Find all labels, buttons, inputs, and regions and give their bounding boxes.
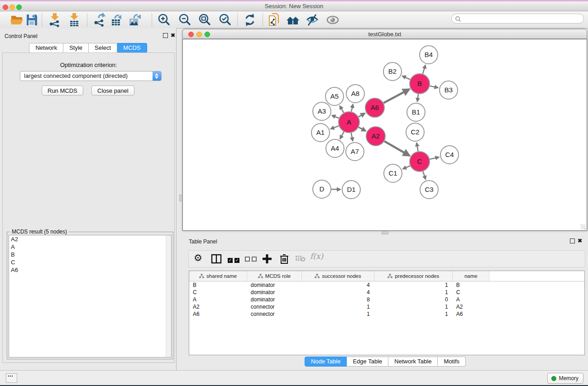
refresh-icon[interactable] [243,13,257,27]
edge-A-A5[interactable] [340,106,344,113]
network-canvas[interactable]: AA1A2A3A4A5A6A7A8BB1B2B3B4CC1C2C3C4DD1 [182,39,587,231]
node-D1[interactable]: D1 [342,181,360,199]
window-resize-grip[interactable] [581,224,586,229]
node-A[interactable]: A [339,112,359,133]
home-icon[interactable] [286,13,300,27]
edge-A2-C[interactable] [384,141,409,156]
table-cell[interactable]: A2 [189,303,247,310]
table-row[interactable]: A6connector11A6 [189,310,584,318]
mcds-result-item[interactable]: C [9,258,171,266]
tab-motifs[interactable]: Motifs [438,357,466,367]
export-image-icon[interactable] [128,13,142,27]
zoom-selected-icon[interactable] [218,13,232,27]
tab-edge-table[interactable]: Edge Table [347,357,388,367]
node-A5[interactable]: A5 [325,87,344,105]
mcds-result-item[interactable]: A6 [9,266,171,274]
unselect-all-columns-icon[interactable] [245,255,258,263]
float-table-panel-icon[interactable] [570,238,575,243]
edge-A-A3[interactable] [332,115,339,118]
table-row[interactable]: Cdominator41C [189,289,584,296]
table-cell[interactable]: 0 [374,296,453,303]
mcds-result-item[interactable]: A [9,243,171,251]
edge-C-C3[interactable] [423,172,425,180]
node-A8[interactable]: A8 [346,85,364,103]
new-network-icon[interactable] [267,13,281,27]
node-table[interactable]: shared nameMCDS rolesuccessor nodesprede… [189,271,585,355]
edge-C-C1[interactable] [403,166,410,169]
table-cell[interactable]: connector [247,303,301,310]
search-field[interactable] [451,14,584,24]
table-cell[interactable]: 1 [301,303,374,310]
node-A3[interactable]: A3 [313,102,331,120]
network-window-titlebar[interactable]: testGlobe.txt [182,29,587,39]
zoom-out-icon[interactable] [177,13,192,27]
edge-A-A2[interactable] [359,127,366,131]
edge-A-A4[interactable] [340,132,344,139]
select-all-columns-icon[interactable]: ✓✓ [228,255,241,263]
table-cell[interactable]: A6 [189,310,247,318]
tab-select[interactable]: Select [89,43,117,53]
table-cell[interactable]: 1 [301,310,374,318]
node-B1[interactable]: B1 [407,103,425,121]
column-header-shared-name[interactable]: shared name [189,271,247,281]
node-A6[interactable]: A6 [365,98,384,117]
table-row[interactable]: A2connector11A2 [189,303,584,310]
task-history-button[interactable] [6,373,17,383]
close-panel-button[interactable]: Close panel [91,86,134,95]
edge-C-C2[interactable] [417,143,418,152]
table-row[interactable]: Adominator80A [189,296,584,303]
column-header-predecessor-nodes[interactable]: predecessor nodes [374,271,453,281]
table-cell[interactable]: 1 [374,303,453,310]
node-A7[interactable]: A7 [346,143,364,161]
export-network-icon[interactable] [92,13,107,27]
tab-network-table[interactable]: Network Table [388,357,438,367]
table-cell[interactable]: 4 [301,281,374,289]
run-mcds-button[interactable]: Run MCDS [42,86,83,95]
table-cell[interactable]: 4 [301,289,374,296]
network-graph[interactable]: AA1A2A3A4A5A6A7A8BB1B2B3B4CC1C2C3C4DD1 [183,39,587,230]
zoom-in-icon[interactable] [157,13,171,27]
node-D[interactable]: D [313,180,331,198]
table-cell[interactable]: dominator [247,281,301,289]
node-C4[interactable]: C4 [440,146,459,164]
add-column-icon[interactable] [261,253,273,265]
node-A4[interactable]: A4 [326,139,344,157]
table-cell[interactable]: A2 [453,303,489,310]
split-divider-handle[interactable] [179,195,182,201]
import-network-icon[interactable] [48,13,62,27]
search-input[interactable] [464,14,581,24]
node-B2[interactable]: B2 [383,62,402,81]
float-panel-icon[interactable] [163,33,168,38]
table-cell[interactable]: 1 [374,289,453,296]
tab-network[interactable]: Network [29,43,63,53]
table-row[interactable]: Bdominator41B [189,281,584,289]
delete-columns-icon[interactable] [278,253,290,265]
close-panel-icon[interactable]: ✖ [171,33,175,38]
optimization-criterion-dropdown[interactable]: largest connected component (directed) [20,71,162,81]
column-header-successor-nodes[interactable]: successor nodes [301,271,374,281]
table-cell[interactable]: C [189,289,247,296]
node-C3[interactable]: C3 [420,181,438,199]
node-C[interactable]: C [410,152,430,172]
delete-table-icon[interactable] [296,255,306,262]
tab-node-table[interactable]: Node Table [305,357,347,367]
edge-A6-B[interactable] [383,89,409,103]
node-B4[interactable]: B4 [420,46,438,64]
table-cell[interactable]: B [453,281,489,289]
table-cell[interactable]: dominator [247,296,301,303]
close-table-panel-icon[interactable]: ✖ [578,238,582,243]
node-B[interactable]: B [410,74,430,94]
node-B3[interactable]: B3 [440,81,458,99]
open-session-icon[interactable] [10,13,24,27]
edge-A-A8[interactable] [351,104,353,111]
table-cell[interactable]: A6 [453,310,489,318]
table-cell[interactable]: A [453,296,489,303]
node-A1[interactable]: A1 [311,124,330,142]
column-header-name[interactable]: name [453,271,489,281]
table-cell[interactable]: 1 [374,310,453,318]
table-cell[interactable]: connector [247,310,301,318]
tab-style[interactable]: Style [63,43,89,53]
import-table-icon[interactable] [67,13,81,27]
scrollbar-track[interactable] [166,235,171,357]
show-columns-icon[interactable] [210,253,222,265]
